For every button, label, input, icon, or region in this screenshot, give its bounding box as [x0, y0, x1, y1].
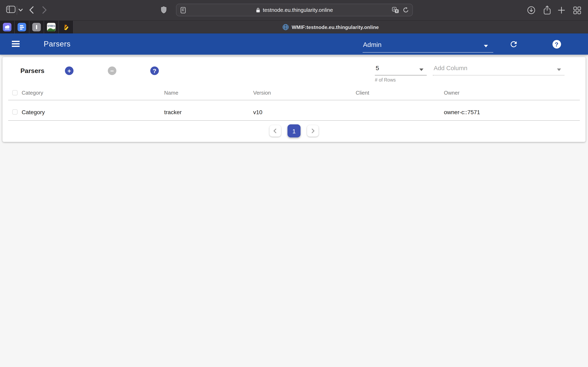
role-select[interactable]: Admin [363, 39, 493, 53]
active-tab[interactable]: WMIF:testnode.eu.thingularity.online [73, 21, 588, 33]
pinned-tab-cloud[interactable] [0, 21, 15, 33]
column-header-client: Client [356, 90, 369, 96]
section-title: Parsers [20, 67, 44, 75]
chevron-left-icon [273, 128, 278, 133]
globe-icon [283, 24, 289, 30]
help-button[interactable]: ? [552, 40, 561, 49]
cell-category: Category [22, 109, 45, 115]
help-icon: ? [552, 40, 561, 48]
prev-page-button[interactable] [269, 125, 281, 137]
firebase-favicon-icon [62, 23, 70, 31]
page-reload-button[interactable] [403, 4, 409, 16]
refresh-icon [509, 39, 518, 49]
current-page-button[interactable]: 1 [287, 124, 301, 137]
column-header-name: Name [164, 90, 178, 96]
url-bar[interactable]: testnode.eu.thingularity.online A [176, 4, 413, 16]
content-card: Parsers + − ? 5 # of Rows Add Column Cat… [2, 57, 586, 142]
sidebar-icon [6, 6, 16, 13]
column-header-category: Category [22, 90, 43, 96]
cloud-favicon-icon [3, 23, 11, 31]
privacy-shield-button[interactable] [161, 6, 167, 14]
pinned-tabs: USDA [0, 21, 73, 33]
plus-icon [558, 7, 565, 14]
add-row-button[interactable]: + [65, 67, 73, 75]
browser-toolbar: testnode.eu.thingularity.online A [0, 0, 588, 20]
cell-version: v10 [253, 109, 262, 115]
shield-icon [161, 6, 167, 14]
docs-favicon-icon [17, 23, 26, 31]
select-all-checkbox[interactable] [12, 90, 17, 95]
back-icon [29, 6, 34, 14]
svg-text:USDA: USDA [48, 24, 55, 27]
toolbar-separator [17, 6, 17, 15]
page-title: Parsers [44, 40, 71, 49]
column-header-owner: Owner [444, 90, 459, 96]
chevron-down-icon [18, 8, 23, 12]
role-select-value: Admin [363, 41, 381, 49]
remove-row-button[interactable]: − [108, 67, 116, 75]
add-column-select[interactable]: Add Column [433, 62, 564, 75]
new-tab-button[interactable] [558, 7, 565, 14]
pinned-tab-usda[interactable]: USDA [44, 21, 59, 33]
next-page-button[interactable] [307, 125, 319, 137]
rows-count-value: 5 [376, 64, 379, 71]
share-button[interactable] [543, 5, 551, 15]
translate-icon: A [392, 7, 399, 13]
rows-count-select[interactable]: 5 [375, 62, 427, 75]
pinned-tab-docs[interactable] [15, 21, 29, 33]
sidebar-toggle-button[interactable] [6, 6, 16, 13]
menu-button[interactable] [12, 41, 20, 47]
app-header: Parsers Admin ? [0, 33, 588, 55]
forward-icon [42, 6, 47, 14]
share-icon [543, 5, 551, 15]
row-checkbox[interactable] [12, 109, 17, 114]
pagination: 1 [2, 123, 586, 139]
add-column-placeholder: Add Column [434, 64, 467, 71]
section-help-button[interactable]: ? [150, 67, 159, 75]
downloads-button[interactable] [527, 6, 535, 14]
chevron-down-icon [419, 68, 424, 71]
chevron-down-icon [484, 45, 488, 47]
translate-button[interactable]: A [392, 4, 399, 16]
tab-bar: USDA WMIF:testnode.eu. [0, 20, 588, 33]
column-header-version: Version [253, 90, 271, 96]
rows-count-label: # of Rows [375, 77, 396, 82]
tab-overview-button[interactable] [573, 7, 581, 14]
usda-favicon-icon: USDA [47, 23, 56, 31]
pinned-tab-info[interactable] [29, 21, 44, 33]
download-icon [527, 6, 535, 14]
reader-button[interactable] [181, 4, 186, 16]
forward-button[interactable] [42, 6, 47, 14]
url-text: testnode.eu.thingularity.online [263, 7, 333, 13]
cell-owner: owner-c::7571 [444, 109, 480, 115]
refresh-button[interactable] [509, 40, 518, 49]
back-button[interactable] [29, 6, 34, 14]
chevron-down-icon [557, 68, 561, 71]
hamburger-icon [12, 41, 20, 42]
chevron-right-icon [310, 128, 315, 133]
lock-icon [256, 7, 260, 13]
grid-icon [573, 7, 581, 14]
reload-icon [403, 7, 409, 13]
header-divider [8, 100, 580, 100]
info-favicon-icon [32, 23, 41, 31]
cell-name: tracker [164, 109, 182, 115]
screen: testnode.eu.thingularity.online A [0, 0, 588, 367]
tab-group-menu-button[interactable] [18, 8, 23, 12]
row-divider [8, 120, 580, 121]
pinned-tab-firebase[interactable] [59, 21, 73, 33]
tab-title: WMIF:testnode.eu.thingularity.online [292, 24, 379, 30]
reader-icon [181, 7, 186, 13]
